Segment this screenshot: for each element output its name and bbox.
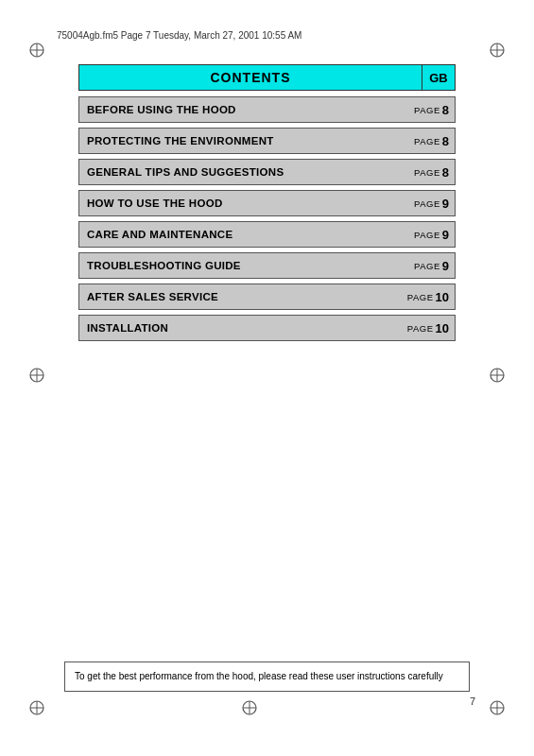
toc-row-label: BEFORE USING THE HOOD bbox=[79, 97, 414, 122]
toc-row-page: PAGE 10 bbox=[407, 284, 455, 309]
toc-row: CARE AND MAINTENANCEPAGE 9 bbox=[78, 221, 456, 248]
toc-row-page: PAGE 8 bbox=[414, 160, 455, 184]
toc-row-label: PROTECTING THE ENVIRONMENT bbox=[79, 129, 414, 153]
footer-note: To get the best performance from the hoo… bbox=[64, 662, 470, 692]
corner-mark-mr bbox=[489, 367, 506, 384]
toc-row-label: GENERAL TIPS AND SUGGESTIONS bbox=[79, 160, 414, 184]
toc-row-page: PAGE 10 bbox=[407, 316, 455, 340]
toc-row-page: PAGE 8 bbox=[414, 97, 455, 122]
toc-row: INSTALLATIONPAGE 10 bbox=[78, 315, 456, 341]
toc-container: BEFORE USING THE HOODPAGE 8PROTECTING TH… bbox=[78, 96, 456, 341]
toc-row-label: CARE AND MAINTENANCE bbox=[79, 222, 414, 247]
page-number: 7 bbox=[470, 696, 475, 707]
corner-mark-tr bbox=[489, 42, 506, 59]
toc-row-page: PAGE 8 bbox=[414, 129, 455, 153]
corner-mark-ml bbox=[28, 367, 45, 384]
corner-mark-bm bbox=[241, 699, 258, 716]
toc-row-label: INSTALLATION bbox=[79, 316, 407, 340]
page: 75004Agb.fm5 Page 7 Tuesday, March 27, 2… bbox=[0, 0, 534, 756]
toc-row-label: HOW TO USE THE HOOD bbox=[79, 191, 414, 215]
toc-row: GENERAL TIPS AND SUGGESTIONSPAGE 8 bbox=[78, 159, 456, 185]
toc-row-page: PAGE 9 bbox=[414, 253, 455, 278]
toc-row: AFTER SALES SERVICEPAGE 10 bbox=[78, 284, 456, 310]
toc-row-label: AFTER SALES SERVICE bbox=[79, 284, 407, 309]
contents-gb-label: GB bbox=[422, 64, 456, 91]
toc-row: BEFORE USING THE HOODPAGE 8 bbox=[78, 96, 456, 123]
header-filename: 75004Agb.fm5 Page 7 Tuesday, March 27, 2… bbox=[57, 30, 301, 41]
contents-title: CONTENTS bbox=[78, 64, 422, 91]
content-area: CONTENTS GB BEFORE USING THE HOODPAGE 8P… bbox=[78, 64, 456, 346]
corner-mark-bl bbox=[28, 699, 45, 716]
header-bar: 75004Agb.fm5 Page 7 Tuesday, March 27, 2… bbox=[57, 30, 477, 41]
toc-row-page: PAGE 9 bbox=[414, 191, 455, 215]
toc-row: TROUBLESHOOTING GUIDEPAGE 9 bbox=[78, 252, 456, 279]
contents-header: CONTENTS GB bbox=[78, 64, 456, 91]
corner-mark-tl bbox=[28, 42, 45, 59]
toc-row-page: PAGE 9 bbox=[414, 222, 455, 247]
toc-row: HOW TO USE THE HOODPAGE 9 bbox=[78, 190, 456, 216]
toc-row-label: TROUBLESHOOTING GUIDE bbox=[79, 253, 414, 278]
corner-mark-br bbox=[489, 699, 506, 716]
toc-row: PROTECTING THE ENVIRONMENTPAGE 8 bbox=[78, 128, 456, 154]
